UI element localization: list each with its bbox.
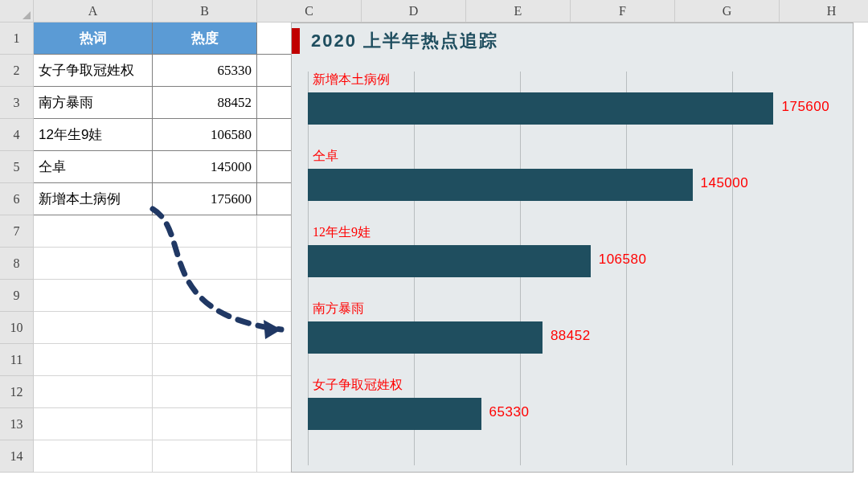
row-header-1[interactable]: 1	[0, 23, 34, 55]
row-header-5[interactable]: 5	[0, 151, 34, 183]
cell-B4[interactable]: 106580	[153, 119, 257, 151]
cell-B11[interactable]	[153, 344, 257, 376]
col-header-B[interactable]: B	[153, 0, 257, 23]
column-headers: A B C D E F G H I	[34, 0, 868, 23]
chart-title: 2020 上半年热点追踪	[311, 29, 498, 53]
chart-bar	[308, 398, 481, 430]
chart-data-label: 145000	[701, 175, 749, 191]
row-header-7[interactable]: 7	[0, 215, 34, 248]
cell-A9[interactable]	[34, 280, 153, 312]
cell-B6[interactable]: 175600	[153, 183, 257, 215]
col-header-A[interactable]: A	[34, 0, 153, 23]
cell-A10[interactable]	[34, 312, 153, 344]
chart-data-label: 88452	[551, 328, 591, 344]
chart-bar-row: 12年生9娃 106580	[308, 224, 838, 289]
chart-hot-topics[interactable]: 2020 上半年热点追踪 新增本土病例 175600 仝卓 145000 12年…	[291, 23, 854, 473]
title-accent-bar	[292, 28, 300, 54]
cell-B5[interactable]: 145000	[153, 151, 257, 183]
chart-data-label: 175600	[781, 99, 829, 115]
cell-A6[interactable]: 新增本土病例	[34, 183, 153, 215]
row-header-9[interactable]: 9	[0, 280, 34, 312]
chart-bar	[308, 169, 693, 201]
chart-plot-area: 新增本土病例 175600 仝卓 145000 12年生9娃 106580 南方…	[308, 72, 838, 465]
chart-bar	[308, 245, 591, 277]
cell-B10[interactable]	[153, 312, 257, 344]
cell-A13[interactable]	[34, 408, 153, 440]
row-header-10[interactable]: 10	[0, 312, 34, 344]
chart-title-wrap: 2020 上半年热点追踪	[292, 28, 498, 54]
chart-bar-row: 女子争取冠姓权 65330	[308, 377, 838, 441]
chart-category-label: 南方暴雨	[313, 301, 364, 317]
cell-B12[interactable]	[153, 376, 257, 408]
chart-category-label: 12年生9娃	[313, 224, 371, 241]
chart-bar-row: 新增本土病例 175600	[308, 72, 838, 136]
cell-B7[interactable]	[153, 215, 257, 248]
col-header-H[interactable]: H	[780, 0, 868, 23]
row-header-12[interactable]: 12	[0, 376, 34, 408]
row-headers: 1 2 3 4 5 6 7 8 9 10 11 12 13 14	[0, 23, 34, 473]
chart-category-label: 女子争取冠姓权	[313, 377, 403, 394]
row-header-8[interactable]: 8	[0, 248, 34, 280]
cell-A8[interactable]	[34, 248, 153, 280]
cell-A4[interactable]: 12年生9娃	[34, 119, 153, 151]
col-header-G[interactable]: G	[675, 0, 780, 23]
cell-B14[interactable]	[153, 440, 257, 473]
col-header-C[interactable]: C	[257, 0, 362, 23]
cell-A5[interactable]: 仝卓	[34, 151, 153, 183]
row-header-13[interactable]: 13	[0, 408, 34, 440]
row-header-4[interactable]: 4	[0, 119, 34, 151]
row-header-11[interactable]: 11	[0, 344, 34, 376]
chart-bar-row: 仝卓 145000	[308, 148, 838, 212]
col-header-D[interactable]: D	[362, 0, 466, 23]
spreadsheet: A B C D E F G H I 1 2 3 4 5 6 7 8 9 10 1…	[0, 0, 868, 483]
chart-bar	[308, 92, 773, 125]
row-header-6[interactable]: 6	[0, 183, 34, 215]
cell-A11[interactable]	[34, 344, 153, 376]
cell-B9[interactable]	[153, 280, 257, 312]
row-header-14[interactable]: 14	[0, 440, 34, 473]
cell-A12[interactable]	[34, 376, 153, 408]
cell-A2[interactable]: 女子争取冠姓权	[34, 55, 153, 87]
chart-category-label: 仝卓	[313, 148, 338, 165]
cell-A14[interactable]	[34, 440, 153, 473]
chart-bar-row: 南方暴雨 88452	[308, 301, 838, 365]
cell-B8[interactable]	[153, 248, 257, 280]
cell-A3[interactable]: 南方暴雨	[34, 87, 153, 119]
cell-A1[interactable]: 热词	[34, 23, 153, 55]
col-header-F[interactable]: F	[571, 0, 675, 23]
chart-category-label: 新增本土病例	[313, 72, 390, 88]
chart-data-label: 65330	[489, 404, 530, 420]
cell-B13[interactable]	[153, 408, 257, 440]
row-header-2[interactable]: 2	[0, 55, 34, 87]
cell-A7[interactable]	[34, 215, 153, 248]
col-header-E[interactable]: E	[466, 0, 571, 23]
cell-B2[interactable]: 65330	[153, 55, 257, 87]
chart-bar	[308, 321, 542, 354]
cell-B1[interactable]: 热度	[153, 23, 257, 55]
row-header-3[interactable]: 3	[0, 87, 34, 119]
chart-data-label: 106580	[599, 252, 647, 268]
cell-B3[interactable]: 88452	[153, 87, 257, 119]
select-all-corner[interactable]	[0, 0, 34, 23]
